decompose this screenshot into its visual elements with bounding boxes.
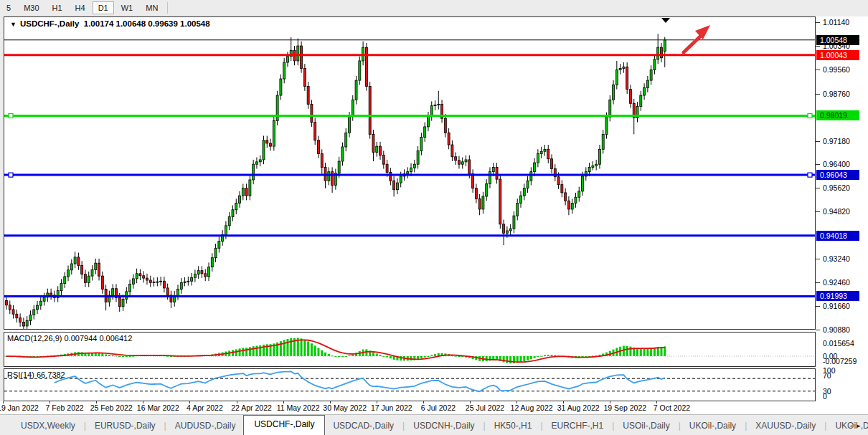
rsi-line (55, 371, 665, 391)
chart-tab-eurusd-daily[interactable]: EURUSD-,Daily (87, 417, 164, 435)
macd-histogram-bar (503, 356, 505, 363)
chart-tab-eurchf-h1[interactable]: EURCHF-,H1 (544, 417, 612, 435)
chart-tab-usdchf-daily[interactable]: USDCHF-,Daily (243, 415, 325, 435)
price-tick-label: 0.94820 (823, 207, 850, 216)
macd-histogram-bar (540, 356, 542, 357)
macd-histogram-bar (390, 356, 392, 358)
rsi-axis-tick: 0 (823, 392, 827, 401)
time-axis[interactable]: 19 Jan 20227 Feb 202225 Feb 202216 Mar 2… (0, 401, 868, 414)
timeframe-button-d1[interactable]: D1 (93, 1, 114, 14)
candle-bullish (276, 95, 278, 121)
candle-bullish (609, 100, 611, 117)
price-tick-label: 0.96400 (823, 160, 850, 168)
candle-bullish (235, 204, 237, 210)
chart-tab-xauusd-daily[interactable]: XAUUSD-,Daily (747, 417, 824, 435)
tab-scroll-right-icon[interactable]: ▸ (857, 422, 864, 429)
timeframe-button-mn[interactable]: MN (140, 1, 164, 14)
candle-bearish (81, 266, 83, 274)
candle-bullish (623, 67, 625, 68)
chart-tab-usdcad-daily[interactable]: USDCAD-,Daily (325, 417, 402, 435)
candle-bearish (143, 276, 145, 278)
macd-histogram-bar (324, 353, 326, 356)
candle-bullish (43, 297, 45, 301)
chart-tab-audusd-daily[interactable]: AUDUSD-,Daily (167, 417, 244, 435)
price-chart-canvas[interactable] (4, 17, 815, 329)
price-tick-mark (816, 22, 820, 23)
macd-histogram-bar (654, 348, 656, 356)
candle-bullish (615, 70, 618, 85)
candle-bearish (496, 167, 498, 179)
line-endpoint-handle[interactable] (808, 113, 812, 118)
macd-histogram-bar (650, 348, 652, 356)
candle-bullish (482, 196, 484, 209)
candle-bullish (91, 269, 93, 276)
candle-bearish (444, 118, 446, 133)
candle-bearish (84, 274, 86, 283)
candle-bullish (214, 248, 217, 257)
timeframe-button-h1[interactable]: H1 (47, 1, 68, 14)
price-tick-mark (816, 306, 820, 307)
rsi-indicator-pane[interactable]: RSI(14) 66.7382 (4, 368, 816, 401)
chart-tab-usoil-daily[interactable]: USOil-,Daily (615, 417, 677, 435)
chart-tab-usdx-weekly[interactable]: USDX,Weekly (13, 417, 83, 435)
macd-histogram-bar (126, 356, 128, 357)
timeframe-button-m30[interactable]: M30 (18, 1, 44, 14)
price-chart-pane[interactable]: ▼USDCHF-,Daily 1.00174 1.00648 0.99639 1… (4, 16, 816, 330)
last-bar-marker-icon (661, 18, 670, 23)
macd-histogram-bar (334, 356, 336, 357)
macd-histogram-bar (242, 348, 244, 356)
price-tick-mark (816, 94, 820, 95)
candle-bullish (70, 264, 72, 270)
line-endpoint-handle[interactable] (808, 173, 812, 177)
macd-indicator-pane[interactable]: MACD(12,26,9) 0.007944 0.006412 (4, 332, 816, 367)
candle-bullish (492, 167, 494, 171)
date-tick-label: 17 Jun 2022 (371, 403, 412, 412)
candle-bearish (451, 145, 453, 157)
timeframe-button-5[interactable]: 5 (1, 1, 16, 14)
macd-histogram-bar (239, 348, 241, 356)
candle-bullish (341, 147, 344, 161)
candle-bullish (88, 276, 90, 282)
candle-bearish (626, 67, 628, 89)
line-endpoint-handle[interactable] (9, 173, 13, 177)
date-tick-label: 19 Jan 2022 (0, 403, 39, 412)
price-tick-label: 0.97180 (823, 137, 850, 145)
tab-scroll-left-icon[interactable]: ◂ (849, 422, 857, 429)
candle-bullish (516, 204, 519, 216)
price-level-badge: 0.98019 (816, 110, 859, 120)
candle-bearish (478, 199, 481, 209)
candle-bearish (166, 288, 169, 295)
chart-tab-bar: USDX,Weekly|EURUSD-,Daily|AUDUSD-,DailyU… (0, 414, 868, 435)
candle-bullish (37, 305, 39, 310)
symbol-dropdown-icon[interactable]: ▼ (10, 21, 16, 28)
chart-tab-hk50-h1[interactable]: HK50-,H1 (486, 417, 540, 435)
chart-tab-ukoil-daily[interactable]: UKOil-,Daily (681, 417, 744, 435)
macd-histogram-bar (317, 348, 319, 356)
line-endpoint-handle[interactable] (9, 113, 13, 118)
candle-bullish (352, 100, 354, 116)
chart-tab-usdcnh-daily[interactable]: USDCNH-,Daily (405, 417, 482, 435)
candle-bearish (499, 179, 501, 224)
macd-histogram-bar (530, 356, 532, 359)
candle-bullish (60, 284, 62, 291)
candle-bearish (547, 149, 549, 158)
price-axis[interactable]: 1.011401.003400.995600.987600.971800.964… (816, 16, 868, 401)
candle-bearish (16, 314, 18, 317)
timeframe-button-w1[interactable]: W1 (115, 1, 139, 14)
candle-bullish (228, 216, 230, 226)
timeframe-button-h4[interactable]: H4 (70, 1, 91, 14)
price-level-badge: 1.00043 (816, 50, 859, 60)
candle-bullish (129, 284, 131, 291)
candle-bullish (527, 181, 529, 188)
macd-histogram-bar (544, 355, 546, 356)
candle-bearish (551, 159, 553, 169)
macd-histogram-bar (626, 346, 628, 356)
candle-bullish (650, 70, 652, 80)
macd-histogram-bar (314, 345, 316, 356)
macd-histogram-bar (118, 356, 121, 357)
trend-arrow-shaft[interactable] (684, 36, 701, 52)
macd-histogram-bar (623, 346, 625, 356)
candle-bullish (489, 172, 491, 184)
rsi-label: RSI(14) 66.7382 (7, 371, 65, 379)
price-tick-mark (816, 211, 820, 212)
